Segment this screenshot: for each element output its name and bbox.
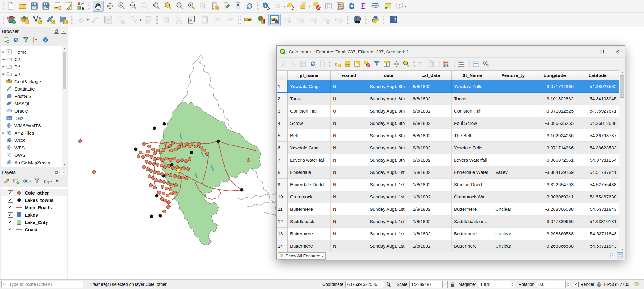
cell-latitude[interactable]: 54.53711843	[576, 228, 619, 240]
cell-st_name[interactable]: Foul Scrow	[452, 117, 493, 129]
browser-item-geopackage[interactable]: GeoPackage	[1, 78, 67, 85]
new-virtual-layer-button[interactable]	[57, 14, 69, 26]
cell-visited[interactable]: N	[331, 129, 367, 142]
toolbar-drag-handle[interactable]	[1, 16, 4, 24]
cell-cal_date[interactable]: 1/8/1802	[410, 166, 452, 179]
table-row[interactable]: 3Coniston HallUSunday Augt. 8th8/8/1802C…	[277, 105, 619, 117]
table-search-settings-button[interactable]	[481, 59, 491, 68]
cell-visited[interactable]: U	[331, 93, 367, 105]
new-print-layout-button[interactable]	[52, 1, 63, 11]
magnifier-input[interactable]: 100%	[478, 281, 510, 288]
cell-cal_date[interactable]: 1/8/1802	[410, 203, 452, 215]
cell-st_name[interactable]: Coniston Hall	[452, 105, 493, 117]
column-header-st_name[interactable]: St_Name	[452, 71, 493, 80]
layers-close-button[interactable]	[61, 170, 66, 175]
column-header-cal_date[interactable]: cal_date	[410, 71, 452, 80]
cell-latitude[interactable]: 54.52755438	[576, 179, 619, 191]
cell-feature_ty[interactable]	[493, 80, 533, 93]
browser-item-wfs[interactable]: VWFS	[1, 144, 67, 151]
cell-st_name[interactable]: The Bell	[452, 129, 493, 142]
zoom-to-selection-button[interactable]	[163, 1, 173, 11]
attr-zoom-selection-button[interactable]	[402, 59, 411, 68]
cell-feature_ty[interactable]	[493, 117, 533, 129]
cell-longitude[interactable]: -3.102024036	[533, 129, 576, 142]
table-row[interactable]: 14ButtermereNSunday Augt. 1st1/8/1802But…	[277, 240, 619, 252]
layer-diagram-button[interactable]	[256, 14, 267, 26]
layers-toolbar-overflow[interactable]: »	[56, 178, 59, 184]
filter-expression-button[interactable]: ε	[42, 177, 51, 185]
layer-checkbox[interactable]: ✓	[8, 205, 13, 210]
row-number[interactable]: 11	[277, 203, 288, 215]
table-row[interactable]: 4ScrowNSunday Augt. 8th8/8/1802Foul Scro…	[277, 117, 619, 129]
cell-st_name[interactable]: Crummock Wa...	[452, 191, 493, 203]
cell-date[interactable]: Sunday Augt. 1st	[367, 240, 410, 252]
deselect-all-button[interactable]	[312, 1, 322, 11]
attr-deselect-all-button[interactable]	[362, 59, 372, 68]
pan-map-button[interactable]	[93, 1, 104, 12]
cell-latitude[interactable]: 54.53711843	[576, 203, 619, 215]
column-header-latitude[interactable]: Latitude	[576, 71, 619, 80]
zoom-in-button[interactable]	[116, 1, 127, 11]
cell-st_name[interactable]: Buttermere	[452, 203, 493, 215]
layer-checkbox[interactable]: ✓	[8, 212, 13, 218]
layer-checkbox[interactable]: ✓	[8, 198, 13, 203]
layer-item-lakes_towns[interactable]: ✓Lakes_towns	[1, 196, 67, 204]
show-bookmarks-button[interactable]	[233, 1, 243, 11]
cell-longitude[interactable]: -3.071714366	[533, 142, 576, 154]
cell-pl_name[interactable]: Yewdale Crag	[288, 142, 331, 154]
cell-feature_ty[interactable]	[493, 142, 533, 154]
cell-st_name[interactable]: Yewdale Fells	[452, 142, 493, 154]
manage-themes-button-dropdown[interactable]: ▾	[30, 179, 32, 183]
save-project-button[interactable]	[29, 1, 40, 11]
cell-visited[interactable]: N	[331, 142, 367, 154]
locate-input[interactable]	[9, 282, 82, 287]
cell-latitude[interactable]: 54.51787841	[576, 166, 619, 179]
cell-visited[interactable]: U	[331, 105, 367, 117]
cell-longitude[interactable]: -3.071714366	[533, 80, 576, 93]
browser-filter-button[interactable]	[21, 36, 30, 44]
filter-expression-button-dropdown[interactable]: ▾	[51, 179, 52, 183]
select-features-button-dropdown[interactable]: ▾	[296, 5, 298, 8]
browser-item-spatialite[interactable]: SpatiaLite	[1, 85, 67, 92]
layer-item-lake_cnty[interactable]: ✓Lake_Cnty	[1, 218, 67, 226]
vertex-tool-button-dropdown[interactable]: ▾	[140, 18, 141, 21]
cell-st_name[interactable]: Ennerdale Water	[452, 166, 493, 179]
options-gear-button[interactable]	[347, 1, 357, 11]
layers-float-button[interactable]	[54, 170, 59, 175]
close-icon[interactable]	[609, 46, 625, 57]
select-all-button[interactable]	[343, 59, 352, 68]
cell-date[interactable]: Sunday Augt. 1st	[367, 166, 410, 179]
cell-feature_ty[interactable]: Unclear	[493, 228, 533, 240]
select-features-button[interactable]	[286, 1, 296, 11]
cell-latitude[interactable]: 54.63810131	[576, 215, 619, 228]
attribute-window-titlebar[interactable]: Cole_other :: Features Total: 237, Filte…	[277, 46, 625, 58]
new-shapefile-layer-button[interactable]	[32, 14, 43, 26]
show-all-features-button[interactable]: Show All Features ▾	[278, 252, 326, 260]
show-layout-manager-button[interactable]	[64, 1, 74, 11]
expander-icon[interactable]: ▶	[1, 131, 6, 134]
cell-feature_ty[interactable]	[493, 129, 533, 142]
cell-latitude[interactable]: 54.38623582	[576, 142, 619, 154]
cell-longitude[interactable]: -3.086872561	[533, 154, 576, 166]
cell-cal_date[interactable]: 1/8/1802	[410, 240, 452, 252]
cell-latitude[interactable]: 54.38623582	[576, 80, 619, 93]
cell-feature_ty[interactable]	[493, 154, 533, 166]
cell-st_name[interactable]: Buttermere	[452, 228, 493, 240]
cell-longitude[interactable]: -3.101302832	[533, 93, 576, 105]
cell-date[interactable]: Sunday Augt. 8th	[367, 129, 410, 142]
cell-cal_date[interactable]: 1/8/1802	[410, 191, 452, 203]
cell-date[interactable]: Sunday Augt. 1st	[367, 215, 410, 228]
cell-feature_ty[interactable]: Unclear	[493, 240, 533, 252]
cell-pl_name[interactable]: Ennerdale-Dodd	[288, 179, 331, 191]
layer-item-lakes[interactable]: ✓Lakes	[1, 211, 67, 218]
table-row[interactable]: 1Yewdale CragNSunday Augt. 8th8/8/1802Ye…	[277, 80, 619, 93]
scale-dropdown[interactable]: ▼	[443, 281, 448, 288]
cell-st_name[interactable]: Yewdale Fells	[452, 80, 493, 93]
cell-pl_name[interactable]: Scrow	[288, 117, 331, 129]
browser-properties-button[interactable]: i	[41, 36, 50, 44]
open-project-button[interactable]	[17, 1, 28, 11]
cell-date[interactable]: Sunday Augt. 8th	[367, 142, 410, 154]
browser-item-mssql[interactable]: MSSQL	[1, 100, 67, 107]
measure-button[interactable]	[370, 1, 380, 11]
row-number[interactable]: 8	[277, 166, 288, 179]
